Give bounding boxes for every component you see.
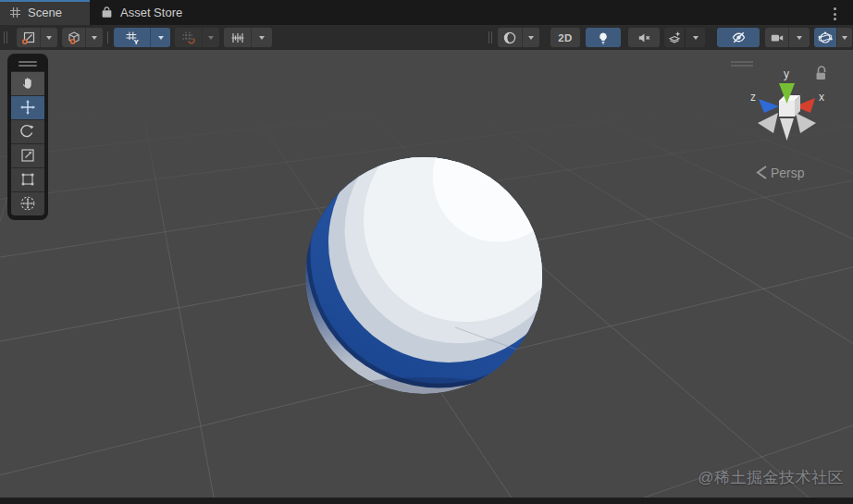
draw-mode-button[interactable]	[498, 28, 539, 47]
toggle-2d-button[interactable]: 2D	[550, 28, 580, 47]
scene-effects-button[interactable]	[664, 28, 705, 47]
tool-handle-position-button[interactable]	[17, 28, 57, 47]
chevron-down-icon	[259, 36, 265, 40]
scene-gizmos-dropdown[interactable]	[836, 28, 852, 47]
negative-axis-cone[interactable]	[780, 118, 794, 141]
tab-scene[interactable]: Scene	[0, 0, 90, 25]
snap-magnet-icon	[175, 28, 202, 47]
combined-transform-icon	[19, 195, 36, 212]
hand-icon	[19, 75, 36, 92]
chevron-down-icon	[693, 36, 698, 40]
shaded-sphere-icon	[498, 28, 522, 47]
toolbar-drag-handle[interactable]	[4, 31, 5, 43]
scene-viewport[interactable]: y z x Persp @稀土掘金技术社区	[0, 50, 853, 498]
z-axis-cone[interactable]	[759, 99, 779, 113]
effects-dropdown[interactable]	[685, 28, 705, 47]
scale-square-arrow-icon	[19, 147, 36, 164]
view-hand-tool-button[interactable]	[11, 71, 44, 95]
x-axis-label: x	[819, 91, 824, 104]
kebab-menu-icon[interactable]	[832, 6, 838, 22]
grid-snapping-dropdown[interactable]	[202, 28, 219, 47]
toolbar-drag-handle[interactable]	[6, 31, 7, 43]
scene-toolbar: Y	[0, 25, 853, 50]
scene-grid-icon	[9, 6, 21, 18]
watermark: @稀土掘金技术社区	[698, 467, 844, 488]
sphere-object[interactable]	[294, 146, 553, 405]
grid-axis-label: Y	[133, 37, 139, 44]
handle-position-icon	[17, 28, 40, 47]
negative-axis-cone[interactable]	[758, 113, 778, 133]
orientation-gizmo[interactable]: y z x Persp	[740, 55, 853, 185]
chevron-down-icon	[158, 36, 164, 40]
tools-overlay-palette	[7, 54, 48, 220]
tab-asset-store-label: Asset Store	[120, 6, 182, 19]
grid-snapping-button[interactable]	[175, 28, 219, 47]
camera-dropdown[interactable]	[788, 28, 810, 47]
padlock-open-icon[interactable]	[817, 67, 826, 80]
audio-muted-icon	[637, 31, 651, 45]
chevron-down-icon	[46, 36, 52, 40]
y-axis-label: y	[784, 68, 789, 80]
shopping-bag-icon	[100, 6, 114, 19]
negative-axis-cone[interactable]	[796, 113, 816, 133]
toolbar-drag-handle[interactable]	[491, 31, 492, 43]
z-axis-label: z	[750, 91, 756, 104]
orbit-gizmo-icon	[814, 28, 836, 47]
snap-increment-button[interactable]	[224, 28, 272, 47]
tab-scene-label: Scene	[28, 6, 62, 19]
move-tool-button[interactable]	[11, 95, 44, 119]
tab-bar: Scene Asset Store	[0, 0, 853, 25]
transform-tool-button[interactable]	[11, 191, 44, 215]
unity-scene-view-window: Scene Asset Store	[0, 0, 853, 504]
chevron-down-icon	[842, 36, 847, 40]
snap-increment-dropdown[interactable]	[251, 28, 272, 47]
chevron-down-icon	[797, 36, 802, 40]
scene-gizmos-button[interactable]	[814, 28, 852, 47]
chevron-down-icon	[92, 36, 97, 40]
eye-hidden-icon	[731, 30, 747, 45]
move-arrows-icon	[19, 99, 36, 116]
rotate-tool-button[interactable]	[11, 119, 44, 143]
toggle-2d-label: 2D	[558, 32, 573, 43]
handle-position-dropdown[interactable]	[40, 28, 57, 47]
scene-lighting-button[interactable]	[586, 28, 621, 47]
effects-star-icon	[664, 28, 685, 47]
chevron-left-icon	[758, 166, 766, 178]
grid-axis-icon: Y	[114, 28, 150, 47]
rect-tool-button[interactable]	[11, 167, 44, 191]
toolbar-drag-handle[interactable]	[488, 31, 489, 43]
sphere-bottom-shade	[320, 377, 527, 405]
scene-camera-button[interactable]	[765, 28, 810, 47]
scale-tool-button[interactable]	[11, 143, 44, 167]
draw-mode-dropdown[interactable]	[522, 28, 539, 47]
grid-visibility-button[interactable]: Y	[114, 28, 170, 47]
scene-audio-button[interactable]	[628, 28, 660, 47]
handle-rotation-cube-icon	[62, 28, 85, 47]
scene-visibility-button[interactable]	[717, 28, 760, 47]
handle-rotation-dropdown[interactable]	[85, 28, 103, 47]
bulb-icon	[596, 31, 611, 45]
tool-handle-rotation-button[interactable]	[62, 28, 103, 47]
camera-icon	[765, 28, 788, 47]
chevron-down-icon	[208, 36, 214, 40]
tab-asset-store[interactable]: Asset Store	[90, 0, 182, 25]
window-bottom-edge	[0, 498, 853, 504]
palette-drag-handle[interactable]	[19, 61, 37, 67]
ruler-icon	[224, 28, 251, 47]
rect-corners-icon	[19, 171, 36, 188]
toolbar-separator	[107, 31, 108, 43]
grid-visibility-dropdown[interactable]	[150, 28, 170, 47]
rotate-circle-arrow-icon	[19, 123, 36, 140]
chevron-down-icon	[528, 36, 534, 40]
projection-toggle[interactable]: Persp	[758, 166, 805, 180]
projection-label: Persp	[771, 166, 805, 180]
